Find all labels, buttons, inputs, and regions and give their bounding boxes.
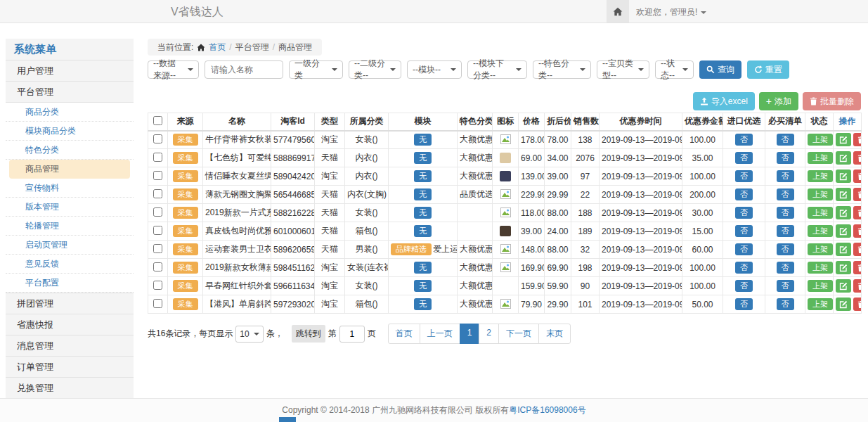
jump-button[interactable]: 跳转到 [292,325,325,343]
pager-button-末页[interactable]: 末页 [538,324,571,344]
edit-button[interactable] [836,133,851,146]
delete-button[interactable] [853,151,862,165]
imported-badge[interactable]: 否 [735,134,753,146]
delete-button[interactable] [853,279,862,293]
row-checkbox[interactable] [153,244,162,253]
pager-button-下一页[interactable]: 下一页 [498,324,539,344]
edit-button[interactable] [836,170,851,183]
delete-button[interactable] [853,261,862,274]
sidebar-item-平台配置[interactable]: 平台配置 [6,274,134,293]
sidebar-item-特色分类[interactable]: 特色分类 [6,141,134,160]
item-type-select[interactable]: --宝贝类型-- [597,60,649,79]
must-buy-badge[interactable]: 否 [777,298,794,310]
status-badge[interactable]: 上架 [808,262,833,274]
row-checkbox[interactable] [153,299,162,308]
must-buy-badge[interactable]: 否 [777,207,794,219]
imported-badge[interactable]: 否 [735,152,753,164]
import-excel-button[interactable]: 导入excel [693,92,755,110]
status-select[interactable]: --状态-- [655,60,694,79]
delete-button[interactable] [853,243,862,256]
imported-badge[interactable]: 否 [735,280,753,292]
imported-badge[interactable]: 否 [735,207,753,219]
sidebar-group-4[interactable]: 消息管理 [6,335,134,356]
sidebar-item-模块商品分类[interactable]: 模块商品分类 [6,122,134,141]
sidebar-group-6[interactable]: 兑换管理 [6,377,134,398]
status-badge[interactable]: 上架 [808,280,833,292]
per-page-select[interactable]: 10 [235,326,263,343]
row-checkbox[interactable] [153,153,162,162]
sidebar-group-2[interactable]: 拼团管理 [6,293,134,314]
row-checkbox[interactable] [153,207,162,217]
imported-badge[interactable]: 否 [735,262,753,274]
user-menu[interactable]: 欢迎您，管理员! [636,6,706,18]
reset-button[interactable]: 重置 [747,60,789,79]
level1-category-select[interactable]: 一级分类 [289,60,343,79]
imported-badge[interactable]: 否 [735,188,753,200]
row-checkbox[interactable] [153,262,162,271]
breadcrumb-home-link[interactable]: 首页 [209,41,226,53]
sidebar-item-轮播管理[interactable]: 轮播管理 [6,217,134,236]
feature-category-select[interactable]: --特色分类-- [533,60,591,79]
delete-button[interactable] [853,298,862,311]
home-button[interactable] [607,0,629,23]
must-buy-badge[interactable]: 否 [777,152,794,164]
edit-button[interactable] [836,151,851,165]
must-buy-badge[interactable]: 否 [777,243,794,255]
edit-button[interactable] [836,261,851,274]
sidebar-item-宣传物料[interactable]: 宣传物料 [6,179,134,198]
sidebar-item-商品管理[interactable]: 商品管理 [9,160,130,179]
row-checkbox[interactable] [153,189,162,198]
imported-badge[interactable]: 否 [735,298,753,310]
name-input[interactable] [205,60,283,79]
edit-button[interactable] [836,188,851,201]
must-buy-badge[interactable]: 否 [777,134,794,146]
must-buy-badge[interactable]: 否 [777,170,794,182]
edit-button[interactable] [836,279,851,293]
must-buy-badge[interactable]: 否 [777,280,794,292]
row-checkbox[interactable] [153,281,162,290]
sidebar-item-意见反馈[interactable]: 意见反馈 [6,255,134,274]
sidebar-group-1[interactable]: 平台管理 [6,81,134,102]
pager-button-上一页[interactable]: 上一页 [420,324,460,344]
module-select[interactable]: --模块-- [407,60,462,79]
status-badge[interactable]: 上架 [808,298,833,310]
delete-button[interactable] [853,188,862,201]
delete-button[interactable] [853,206,862,219]
level2-category-select[interactable]: --二级分类-- [349,60,401,79]
must-buy-badge[interactable]: 否 [777,225,794,237]
select-all-checkbox[interactable] [153,116,162,125]
must-buy-badge[interactable]: 否 [777,188,794,200]
row-checkbox[interactable] [153,134,162,143]
status-badge[interactable]: 上架 [808,243,833,255]
delete-button[interactable] [853,133,862,146]
imported-badge[interactable]: 否 [735,170,753,182]
row-checkbox[interactable] [153,226,162,235]
sidebar-item-版本管理[interactable]: 版本管理 [6,198,134,217]
sidebar-group-5[interactable]: 订单管理 [6,356,134,377]
status-badge[interactable]: 上架 [808,134,833,146]
edit-button[interactable] [836,298,851,311]
sidebar-item-商品分类[interactable]: 商品分类 [6,103,134,122]
delete-button[interactable] [853,170,862,183]
edit-button[interactable] [836,243,851,256]
pager-button-2[interactable]: 2 [479,324,499,344]
status-badge[interactable]: 上架 [808,170,833,182]
edit-button[interactable] [836,224,851,238]
query-button[interactable]: 查询 [699,60,741,79]
status-badge[interactable]: 上架 [808,225,833,237]
row-checkbox[interactable] [153,171,162,180]
status-badge[interactable]: 上架 [808,188,833,200]
page-number-input[interactable] [339,326,365,343]
delete-button[interactable] [853,224,862,238]
sidebar-item-启动页管理[interactable]: 启动页管理 [6,236,134,255]
add-button[interactable]: + 添加 [759,92,798,110]
imported-badge[interactable]: 否 [735,243,753,255]
module-sub-select[interactable]: --模块下分类-- [467,60,527,79]
data-source-select[interactable]: --数据来源-- [148,60,199,79]
pager-button-1[interactable]: 1 [460,324,480,344]
icp-link[interactable]: 粤ICP备16098006号 [509,404,585,416]
must-buy-badge[interactable]: 否 [777,262,794,274]
edit-button[interactable] [836,206,851,219]
imported-badge[interactable]: 否 [735,225,753,237]
sidebar-group-0[interactable]: 用户管理 [6,60,134,81]
